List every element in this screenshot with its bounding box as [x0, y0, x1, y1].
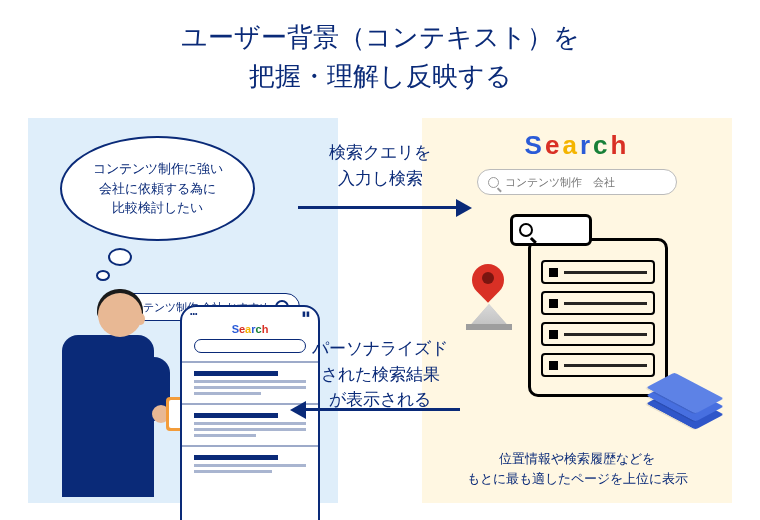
serp-result-row — [541, 291, 655, 315]
thought-dot-icon — [96, 270, 110, 281]
serp-search-box-icon — [510, 214, 592, 246]
map-pin-icon — [460, 266, 516, 330]
arrow-label-query: 検索クエリを 入力し検索 — [290, 140, 470, 191]
thought-bubble: コンテンツ制作に強い 会社に依頼する為に 比較検討したい — [60, 136, 255, 241]
search-engine-search-bar: コンテンツ制作 会社 — [477, 169, 677, 195]
user-illustration — [56, 293, 171, 503]
search-query-text: コンテンツ制作 会社 — [505, 175, 615, 190]
diagram-stage: コンテンツ制作に強い 会社に依頼する為に 比較検討したい コンテンツ制作 会社 … — [0, 118, 760, 503]
arrow-left-icon — [304, 408, 460, 411]
arrow-label-results: パーソナライズド された検索結果 が表示される — [290, 336, 470, 413]
page-title: ユーザー背景（コンテキスト）を 把握・理解し反映する — [0, 0, 760, 118]
data-layers-icon — [650, 373, 720, 425]
right-panel-caption: 位置情報や検索履歴などを もとに最も適したページを上位に表示 — [422, 449, 732, 489]
thought-dot-icon — [108, 248, 132, 266]
arrow-right-icon — [298, 206, 458, 209]
serp-result-row — [541, 322, 655, 346]
serp-result-row — [541, 353, 655, 377]
serp-illustration — [528, 214, 668, 397]
search-icon — [488, 177, 499, 188]
serp-result-row — [541, 260, 655, 284]
